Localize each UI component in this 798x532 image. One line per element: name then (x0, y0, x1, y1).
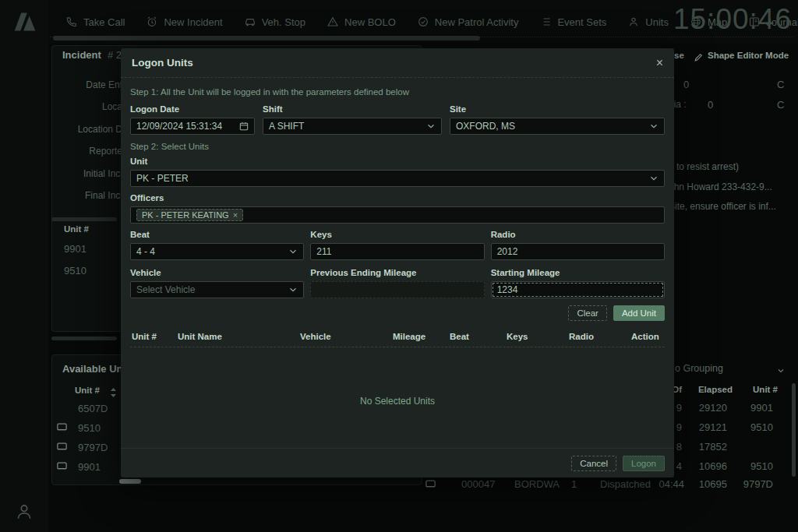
unit-value: PK - PETER (136, 173, 189, 184)
logon-date-value[interactable] (136, 121, 249, 132)
officers-label: Officers (130, 193, 665, 203)
cell-unit: 9510 (740, 421, 773, 433)
nav-take-call[interactable]: Take Call (65, 16, 125, 28)
nav-label: Veh. Stop (262, 16, 305, 28)
grouping-dropdown[interactable]: o Grouping (675, 363, 723, 374)
chip-remove-icon[interactable]: × (233, 210, 238, 220)
cell-elapsed: 10695 (688, 478, 727, 490)
beat-label: Beat (130, 230, 304, 239)
car-icon (244, 16, 256, 28)
nav-new-bolo[interactable]: New BOLO (327, 16, 396, 28)
step2-text: Step 2: Select Units (130, 142, 665, 151)
sidebar (0, 0, 48, 532)
close-icon[interactable]: × (656, 57, 663, 69)
scrollbar-thumb[interactable] (119, 479, 141, 484)
vehicle-placeholder: Select Vehicle (136, 284, 195, 295)
unit-label: Unit (130, 157, 665, 166)
start-mileage-input[interactable] (491, 281, 665, 298)
stat-value: 0 (683, 79, 689, 90)
incident-field-label: Loca (48, 101, 122, 112)
cell-elapsed: 29121 (688, 421, 727, 433)
clock: 15:00:46 (673, 3, 792, 36)
person-icon (627, 16, 640, 28)
officers-input[interactable]: PK - PETER KEATING × (130, 206, 665, 224)
nav-units[interactable]: Units (627, 16, 669, 28)
available-unit-row[interactable]: 9510 (78, 422, 101, 434)
topbar-scroll-thumb[interactable] (53, 36, 480, 41)
unit-select[interactable]: PK - PETER (130, 170, 665, 187)
col-unit-name: Unit Name (178, 332, 300, 341)
nav-new-patrol-activity[interactable]: New Patrol Activity (417, 16, 519, 28)
media-value: 0 (708, 99, 713, 111)
prev-mileage-input (310, 281, 484, 298)
note-fragment: n to resist arrest) (669, 161, 798, 172)
site-label: Site (450, 104, 665, 114)
nav-veh-stop[interactable]: Veh. Stop (244, 16, 305, 28)
cancel-button[interactable]: Cancel (571, 456, 616, 471)
cell-status: Dispatched (600, 478, 651, 490)
shift-label: Shift (263, 104, 442, 114)
scrollbar-thumb[interactable] (51, 336, 117, 340)
note-fragment: ohn Howard 233-432-9... (669, 181, 798, 192)
keys-value[interactable] (316, 246, 478, 257)
nav-new-incident[interactable]: New Incident (146, 16, 222, 28)
keys-input[interactable] (310, 243, 484, 260)
col-elapsed: Elapsed (686, 385, 733, 394)
cell-elapsed: 10696 (688, 460, 727, 472)
vehicle-mileage-row: Vehicle Select Vehicle Previous Ending M… (130, 268, 665, 298)
shift-select[interactable]: A SHIFT (263, 118, 442, 135)
col-unit-number: Unit # (132, 332, 178, 341)
officer-chip-label: PK - PETER KEATING (142, 210, 229, 220)
available-unit-row[interactable]: 9797D (78, 442, 108, 453)
unit-row[interactable]: 9510 (64, 265, 87, 277)
col-beat: Beat (450, 332, 507, 341)
stat-fragment: C (777, 99, 784, 111)
calendar-icon[interactable] (238, 121, 249, 132)
unit-row[interactable]: 9901 (64, 243, 87, 255)
list-icon (539, 16, 552, 28)
step1-text: Step 1: All the Unit will be logged in w… (130, 87, 665, 97)
radio-value[interactable] (497, 246, 659, 257)
vehicle-select[interactable]: Select Vehicle (130, 281, 304, 298)
beat-keys-radio-row: Beat 4 - 4 Keys Radio (130, 230, 665, 260)
modal-title: Logon Units (132, 57, 193, 69)
start-mileage-value[interactable] (497, 284, 659, 295)
cell-unit: 9510 (740, 460, 773, 472)
scrollbar-thumb[interactable] (51, 217, 117, 221)
beat-select[interactable]: 4 - 4 (130, 243, 304, 260)
logon-date-input[interactable] (130, 118, 255, 135)
nav-label: Units (645, 16, 669, 28)
nav-label: New Patrol Activity (435, 16, 519, 28)
keys-label: Keys (310, 230, 484, 239)
user-profile-icon[interactable] (14, 502, 34, 522)
nav-event-sets[interactable]: Event Sets (539, 16, 606, 28)
car-icon (56, 421, 68, 432)
add-unit-button[interactable]: Add Unit (613, 305, 665, 321)
site-select[interactable]: OXFORD, MS (450, 118, 665, 135)
available-unit-row[interactable]: 6507D (78, 403, 108, 414)
logon-date-label: Logon Date (130, 104, 255, 114)
logon-button[interactable]: Logon (623, 456, 665, 471)
alarm-bell-icon (146, 16, 158, 28)
form-actions: Clear Add Unit (130, 305, 665, 321)
prev-mileage-value (316, 284, 478, 295)
available-unit-row[interactable]: 9901 (78, 461, 101, 473)
radio-input[interactable] (491, 243, 665, 260)
radio-label: Radio (491, 230, 665, 239)
clear-button[interactable]: Clear (568, 305, 606, 321)
warning-triangle-icon (327, 16, 339, 28)
cell-incident-number[interactable]: 000047 (461, 478, 495, 490)
incident-field-label: Location D (48, 124, 122, 135)
start-mileage-label: Starting Mileage (491, 268, 665, 277)
scrollbar-thumb[interactable] (792, 383, 796, 477)
app-logo-icon (10, 7, 40, 37)
shape-editor-button[interactable]: Shape Editor Mode (708, 51, 798, 60)
cell-priority: 1 (571, 478, 577, 490)
modal-body: Step 1: All the Unit will be logged in w… (121, 87, 674, 455)
chevron-down-icon (648, 121, 659, 132)
sort-icon[interactable] (109, 386, 118, 396)
col-vehicle: Vehicle (300, 332, 393, 341)
chevron-down-icon (425, 121, 436, 132)
tab-incident[interactable]: Incident (62, 49, 101, 61)
chevron-down-icon (288, 246, 298, 257)
